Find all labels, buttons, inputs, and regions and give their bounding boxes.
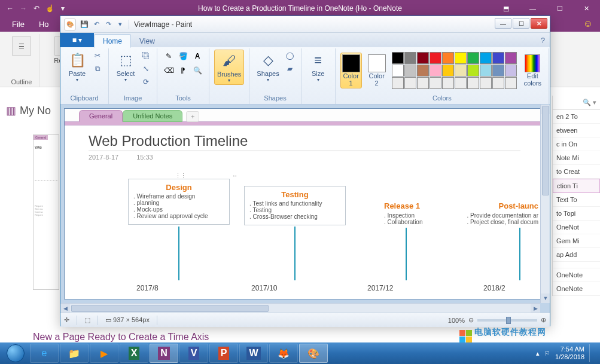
- palette-swatch[interactable]: [417, 65, 429, 77]
- taskbar-excel[interactable]: X: [120, 344, 148, 363]
- zoom-slider[interactable]: [477, 319, 537, 322]
- redo-icon[interactable]: ↷: [103, 20, 113, 29]
- resize-paint-icon[interactable]: ⤡: [140, 63, 152, 75]
- vertical-scrollbar[interactable]: ▲ ▼: [540, 105, 550, 303]
- page-list-item[interactable]: ction Ti: [553, 179, 600, 193]
- paint-canvas[interactable]: General Unfiled Notes + Web Production T…: [64, 108, 545, 299]
- taskbar-powerpoint[interactable]: P: [209, 344, 238, 363]
- page-list-item[interactable]: to Creat: [553, 165, 600, 179]
- scroll-right-icon[interactable]: ▶: [531, 304, 540, 313]
- palette-swatch[interactable]: [404, 77, 416, 89]
- palette-swatch[interactable]: [492, 65, 504, 77]
- palette-swatch[interactable]: [442, 65, 454, 77]
- paint-close-button[interactable]: ✕: [531, 18, 547, 29]
- shape-fill-icon[interactable]: ▰: [284, 63, 296, 75]
- touch-icon[interactable]: ☝: [44, 3, 55, 14]
- palette-swatch[interactable]: [505, 52, 517, 64]
- notebook-selector[interactable]: ▥ My No: [6, 104, 51, 117]
- page-list-item[interactable]: Text To: [553, 193, 600, 207]
- select-button[interactable]: ⬚Select▾: [114, 50, 138, 84]
- palette-swatch[interactable]: [467, 77, 479, 89]
- palette-swatch[interactable]: [417, 77, 429, 89]
- taskbar-word[interactable]: W: [239, 344, 268, 363]
- palette-swatch[interactable]: [455, 52, 467, 64]
- zoom-out-button[interactable]: ⊖: [468, 316, 474, 324]
- taskbar-mediaplayer[interactable]: ▶: [90, 344, 118, 363]
- qat-customize-icon[interactable]: ▾: [115, 20, 125, 29]
- ribbon-options-icon[interactable]: ⬒: [492, 0, 519, 17]
- paint-maximize-button[interactable]: ☐: [513, 18, 529, 29]
- scroll-down-icon[interactable]: ▼: [541, 293, 550, 303]
- taskbar-onenote[interactable]: N: [150, 344, 178, 363]
- page-list-item[interactable]: ap Add: [553, 248, 600, 262]
- outline-button[interactable]: ☰: [8, 36, 35, 56]
- taskbar-ie[interactable]: e: [30, 344, 59, 363]
- palette-swatch[interactable]: [392, 52, 404, 64]
- brushes-button[interactable]: 🖌Brushes▾: [214, 50, 244, 85]
- palette-swatch[interactable]: [455, 77, 467, 89]
- taskbar-paint[interactable]: 🎨: [299, 344, 328, 363]
- magnifier-icon[interactable]: 🔍: [191, 64, 204, 77]
- paint-view-tab[interactable]: View: [131, 35, 163, 47]
- page-list-item[interactable]: Gem Mi: [553, 234, 600, 248]
- color1-button[interactable]: Color 1: [340, 53, 362, 88]
- crop-icon[interactable]: ⿻: [140, 50, 152, 62]
- picker-icon[interactable]: ⁋: [176, 64, 190, 77]
- minimize-icon[interactable]: ―: [519, 0, 546, 17]
- palette-swatch[interactable]: [480, 77, 492, 89]
- horizontal-scrollbar[interactable]: ◀ ▶: [60, 303, 540, 313]
- page-list-item[interactable]: to Topi: [553, 207, 600, 221]
- page-list-item[interactable]: OneNote: [553, 282, 600, 296]
- palette-swatch[interactable]: [392, 77, 404, 89]
- timeline-card[interactable]: DesignWireframe and designplanningMock-u…: [128, 179, 230, 225]
- taskbar-explorer[interactable]: 📁: [60, 344, 89, 363]
- system-tray[interactable]: ▴ ⚐ 7:54 AM 1/28/2018: [536, 344, 598, 362]
- tray-expand-icon[interactable]: ▴: [536, 350, 540, 357]
- palette-swatch[interactable]: [492, 77, 504, 89]
- text-icon[interactable]: A: [191, 50, 204, 63]
- taskbar-firefox[interactable]: 🦊: [269, 344, 298, 363]
- home-tab[interactable]: Ho: [33, 17, 55, 31]
- palette-swatch[interactable]: [455, 65, 467, 77]
- h-scroll-thumb[interactable]: [71, 305, 269, 312]
- palette-swatch[interactable]: [480, 52, 492, 64]
- save-icon[interactable]: 💾: [80, 20, 89, 29]
- forward-icon[interactable]: →: [18, 3, 29, 14]
- flag-icon[interactable]: ⚐: [544, 350, 550, 357]
- paste-button[interactable]: 📋Paste▾: [65, 50, 89, 84]
- palette-swatch[interactable]: [430, 77, 441, 89]
- page-list-item[interactable]: Note Mi: [553, 151, 600, 165]
- paint-minimize-button[interactable]: ―: [495, 18, 511, 29]
- undo-icon[interactable]: ↶: [31, 3, 42, 14]
- eraser-icon[interactable]: ⌫: [162, 64, 175, 77]
- shape-outline-icon[interactable]: ◯: [284, 50, 296, 62]
- palette-swatch[interactable]: [417, 52, 429, 64]
- page-list-item[interactable]: OneNote: [553, 268, 600, 282]
- palette-swatch[interactable]: [392, 65, 404, 77]
- palette-swatch[interactable]: [480, 65, 492, 77]
- file-tab[interactable]: File: [6, 17, 31, 31]
- zoom-slider-thumb[interactable]: [506, 317, 511, 324]
- search-pages[interactable]: 🔍 ▾: [553, 96, 600, 110]
- paint-help-icon[interactable]: ?: [536, 34, 550, 47]
- page-thumbnail[interactable]: General We RequireSite maContracRequire: [33, 134, 59, 290]
- paint-file-tab[interactable]: ■ ▾: [60, 33, 94, 47]
- palette-swatch[interactable]: [467, 65, 479, 77]
- page-list-item[interactable]: [553, 262, 600, 268]
- zoom-in-button[interactable]: ⊕: [541, 316, 546, 324]
- palette-swatch[interactable]: [467, 52, 479, 64]
- clock[interactable]: 7:54 AM 1/28/2018: [555, 345, 584, 361]
- scroll-left-icon[interactable]: ◀: [60, 304, 70, 313]
- page-list-item[interactable]: en 2 To: [553, 110, 600, 124]
- taskbar-visio[interactable]: V: [179, 344, 208, 363]
- page-list-item[interactable]: c in On: [553, 137, 600, 151]
- palette-swatch[interactable]: [430, 65, 441, 77]
- palette-swatch[interactable]: [442, 52, 454, 64]
- palette-swatch[interactable]: [404, 65, 416, 77]
- qat-dropdown-icon[interactable]: ▾: [57, 3, 68, 14]
- section-tab-general[interactable]: General: [79, 110, 123, 122]
- page-title[interactable]: Web Production Timeline: [89, 133, 520, 149]
- palette-swatch[interactable]: [505, 65, 517, 77]
- rotate-icon[interactable]: ⟳: [140, 76, 152, 88]
- section-tab-unfiled[interactable]: Unfiled Notes: [123, 110, 182, 122]
